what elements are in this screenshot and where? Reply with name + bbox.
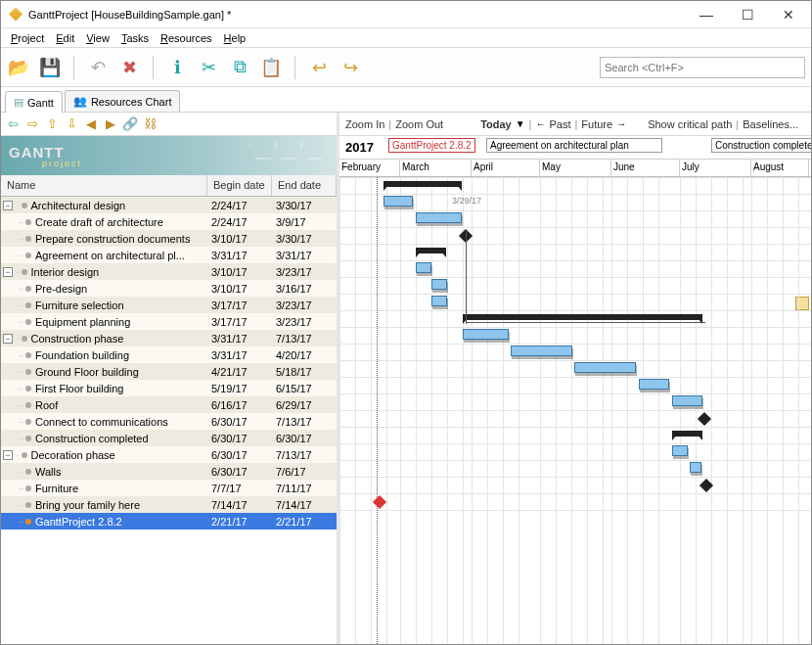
timeline-year: 2017 bbox=[345, 140, 374, 155]
task-row[interactable]: ··Furniture7/7/177/11/17 bbox=[1, 480, 337, 496]
link-icon[interactable]: 🔗 bbox=[122, 116, 138, 132]
task-name: Walls bbox=[35, 466, 61, 478]
task-row[interactable]: −·Construction phase3/31/177/13/17 bbox=[1, 330, 337, 346]
task-bar[interactable] bbox=[431, 296, 447, 306]
task-bar[interactable] bbox=[690, 462, 701, 473]
milestone-label-gp[interactable]: GanttProject 2.8.2 bbox=[388, 138, 475, 153]
task-row[interactable]: −·Architectural design2/24/173/30/17 bbox=[1, 197, 337, 213]
month-cell: February bbox=[339, 160, 400, 176]
arrow-up-icon[interactable]: ⇧ bbox=[44, 116, 60, 132]
task-row[interactable]: ··Bring your family here7/14/177/14/17 bbox=[1, 496, 337, 513]
zoom-out-button[interactable]: Zoom Out bbox=[395, 118, 443, 130]
gantt-chart[interactable]: 3/29/17 bbox=[339, 177, 811, 645]
tab-gantt[interactable]: ▤ Gantt bbox=[5, 91, 63, 113]
indent-icon[interactable]: ▶ bbox=[103, 116, 118, 132]
expand-toggle[interactable]: − bbox=[3, 334, 13, 344]
col-name[interactable]: Name bbox=[1, 175, 207, 196]
task-bar[interactable] bbox=[639, 379, 669, 390]
expand-toggle[interactable]: − bbox=[3, 450, 13, 460]
task-row[interactable]: −·Decoration phase6/30/177/13/17 bbox=[1, 446, 337, 463]
close-button[interactable]: ✕ bbox=[768, 2, 809, 27]
summary-bar[interactable] bbox=[463, 314, 702, 320]
menu-resources[interactable]: Resources bbox=[155, 30, 218, 46]
chart-pane: Zoom In | Zoom Out Today ▼ | ← Past | Fu… bbox=[339, 113, 811, 645]
task-row[interactable]: ··Construction completed6/30/176/30/17 bbox=[1, 430, 337, 446]
back-icon[interactable]: ↶ bbox=[86, 56, 110, 79]
task-row[interactable]: ··Connect to communications6/30/177/13/1… bbox=[1, 413, 337, 430]
expand-toggle[interactable]: − bbox=[3, 201, 13, 210]
today-button[interactable]: Today bbox=[480, 118, 512, 130]
task-row[interactable]: ··Create draft of architecture2/24/173/9… bbox=[1, 213, 337, 230]
maximize-button[interactable]: ☐ bbox=[727, 2, 768, 27]
task-row[interactable]: ··Foundation building3/31/174/20/17 bbox=[1, 346, 337, 363]
menu-tasks[interactable]: Tasks bbox=[115, 30, 155, 46]
future-arrow-icon: → bbox=[616, 118, 626, 129]
menu-edit[interactable]: Edit bbox=[50, 30, 80, 46]
task-end: 7/6/17 bbox=[272, 466, 337, 478]
copy-icon[interactable]: ⧉ bbox=[228, 56, 251, 79]
task-bar[interactable] bbox=[574, 362, 636, 373]
tree-line: ·· bbox=[19, 484, 23, 493]
task-row[interactable]: ··Ground Floor building4/21/175/18/17 bbox=[1, 363, 337, 380]
task-row[interactable]: ··Pre-design3/10/173/16/17 bbox=[1, 280, 337, 297]
future-button[interactable]: Future bbox=[581, 118, 612, 130]
milestone-marker[interactable] bbox=[373, 495, 386, 509]
baselines-button[interactable]: Baselines... bbox=[743, 118, 798, 130]
menu-help[interactable]: Help bbox=[218, 30, 252, 46]
task-row[interactable]: ··Walls6/30/177/6/17 bbox=[1, 463, 337, 480]
task-bar[interactable] bbox=[672, 395, 702, 406]
task-begin: 2/21/17 bbox=[207, 516, 272, 528]
today-dropdown-icon[interactable]: ▼ bbox=[516, 118, 525, 129]
critical-path-button[interactable]: Show critical path bbox=[648, 118, 732, 130]
task-row[interactable]: −·Interior design3/10/173/23/17 bbox=[1, 263, 337, 280]
summary-bar[interactable] bbox=[383, 181, 462, 187]
col-begin[interactable]: Begin date bbox=[207, 175, 272, 196]
task-bar[interactable] bbox=[416, 262, 431, 273]
task-bar[interactable] bbox=[463, 329, 509, 340]
redo-icon[interactable]: ↪ bbox=[338, 56, 362, 79]
zoom-in-button[interactable]: Zoom In bbox=[345, 118, 384, 130]
task-row[interactable]: ··GanttProject 2.8.22/21/172/21/17 bbox=[1, 513, 337, 530]
task-bar[interactable] bbox=[431, 279, 447, 290]
search-input[interactable] bbox=[600, 57, 805, 78]
milestone-label-agreement[interactable]: Agreement on architectural plan bbox=[486, 138, 662, 153]
open-icon[interactable]: 📂 bbox=[7, 56, 30, 79]
task-bar[interactable] bbox=[383, 196, 413, 207]
outdent-icon[interactable]: ◀ bbox=[83, 116, 99, 132]
delete-icon[interactable]: ✖ bbox=[117, 56, 141, 79]
task-row[interactable]: ··Agreement on architectural pl...3/31/1… bbox=[1, 247, 337, 263]
task-row[interactable]: ··Roof6/16/176/29/17 bbox=[1, 396, 337, 413]
task-bar[interactable] bbox=[416, 212, 462, 223]
task-bullet-icon bbox=[25, 402, 31, 408]
menu-project[interactable]: Project bbox=[5, 30, 50, 46]
task-row[interactable]: ··Prepare construction documents3/10/173… bbox=[1, 230, 337, 247]
task-bar[interactable] bbox=[511, 346, 572, 356]
task-bar[interactable] bbox=[672, 445, 688, 456]
task-row[interactable]: ··Equipment planning3/17/173/23/17 bbox=[1, 313, 337, 330]
task-name: GanttProject 2.8.2 bbox=[35, 516, 122, 528]
task-end: 3/30/17 bbox=[272, 200, 337, 211]
expand-toggle[interactable]: − bbox=[3, 267, 13, 277]
task-name: Bring your family here bbox=[35, 499, 140, 511]
paste-icon[interactable]: 📋 bbox=[259, 56, 283, 79]
col-end[interactable]: End date bbox=[272, 175, 337, 196]
milestone-marker[interactable] bbox=[698, 412, 711, 426]
task-row[interactable]: ··First Floor building5/19/176/15/17 bbox=[1, 380, 337, 396]
cut-icon[interactable]: ✂ bbox=[197, 56, 220, 79]
arrow-left-icon[interactable]: ⇦ bbox=[5, 116, 21, 132]
info-icon[interactable]: ℹ bbox=[165, 56, 189, 79]
unlink-icon[interactable]: ⛓ bbox=[142, 116, 158, 132]
menu-view[interactable]: View bbox=[80, 30, 115, 46]
tab-resources[interactable]: 👥 Resources Chart bbox=[65, 90, 181, 112]
arrow-down-icon[interactable]: ⇩ bbox=[64, 116, 79, 132]
save-icon[interactable]: 💾 bbox=[38, 56, 62, 79]
milestone-label-construction[interactable]: Construction completed y here bbox=[711, 138, 812, 153]
task-row[interactable]: ··Furniture selection3/17/173/23/17 bbox=[1, 297, 337, 313]
minimize-button[interactable]: — bbox=[686, 2, 727, 27]
summary-bar[interactable] bbox=[672, 431, 702, 437]
arrow-right-icon[interactable]: ⇨ bbox=[24, 116, 40, 132]
past-button[interactable]: Past bbox=[549, 118, 570, 130]
undo-icon[interactable]: ↩ bbox=[307, 56, 331, 79]
task-end: 7/11/17 bbox=[272, 483, 337, 494]
summary-bar[interactable] bbox=[416, 248, 446, 253]
